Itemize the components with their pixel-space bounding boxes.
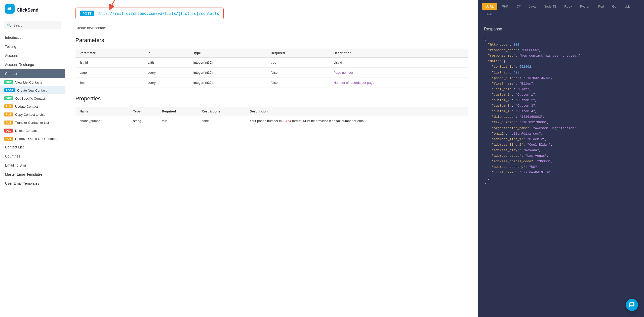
sidebar-item-countries[interactable]: Countries bbox=[0, 152, 65, 161]
sidebar-item-testing[interactable]: Testing bbox=[0, 42, 65, 51]
sidebar-sub-create-new-contact[interactable]: POST Create New Contact bbox=[0, 86, 65, 94]
parameters-table: Parameter In Type Required Description l… bbox=[75, 49, 468, 88]
prop-name: phone_number bbox=[75, 116, 129, 126]
sidebar-sub-update-contact[interactable]: PUT Update Contact bbox=[0, 102, 65, 110]
prop-desc: Your phone number in E.164 format. Must … bbox=[246, 116, 468, 126]
logo-icon bbox=[5, 4, 15, 14]
endpoint-description: Create new contact bbox=[75, 26, 468, 30]
param-col-name: Parameter bbox=[75, 49, 143, 58]
prop-restrictions: none bbox=[197, 116, 246, 126]
sidebar-sub-get-specific-contact[interactable]: GET Get Specific Contact bbox=[0, 94, 65, 102]
param-col-required: Required bbox=[267, 49, 330, 58]
lang-tab-swift[interactable]: Swift bbox=[482, 11, 496, 18]
prop-type: string bbox=[129, 116, 158, 126]
sidebar-sub-label-update: Update Contact bbox=[15, 105, 38, 108]
endpoint-box: POST https://rest.clicksend.com/v3/lists… bbox=[75, 8, 224, 19]
param-required: true bbox=[267, 58, 330, 68]
sidebar-sub-label-copy: Copy Contact to List bbox=[15, 113, 45, 116]
sidebar-sub-delete-contact[interactable]: DEL Delete Contact bbox=[0, 127, 65, 135]
param-required: false bbox=[267, 78, 330, 88]
logo-sinch: SINCH bbox=[17, 5, 38, 8]
prop-col-type: Type bbox=[129, 107, 158, 116]
prop-col-required: Required bbox=[158, 107, 197, 116]
lang-tab-java[interactable]: Java bbox=[525, 3, 539, 10]
param-in: query bbox=[143, 68, 189, 78]
response-title: Response bbox=[484, 27, 638, 31]
sidebar-item-email-to-sms[interactable]: Email To Sms bbox=[0, 161, 65, 170]
parameters-heading: Parameters bbox=[75, 37, 468, 44]
lang-tab-csharp[interactable]: C# bbox=[513, 3, 524, 10]
lang-tab-ruby[interactable]: Ruby bbox=[561, 3, 575, 10]
prop-col-desc: Description bbox=[246, 107, 468, 116]
table-row: list_id path integer(int32) true List id bbox=[75, 58, 468, 68]
sidebar-sub-transfer-contact[interactable]: PUT Transfer Contact to List bbox=[0, 118, 65, 127]
sidebar-sub-remove-opted-out[interactable]: PUT Remove Opted Out Contacts bbox=[0, 135, 65, 143]
prop-required: true bbox=[158, 116, 197, 126]
badge-put-transfer: PUT bbox=[4, 121, 13, 125]
badge-put-remove: PUT bbox=[4, 137, 13, 141]
param-in: query bbox=[143, 78, 189, 88]
badge-del-delete: DEL bbox=[4, 129, 13, 133]
sidebar-sub-view-list-contacts[interactable]: GET View List Contacts bbox=[0, 78, 65, 86]
logo-area: SINCH ClickSend bbox=[0, 0, 65, 18]
sidebar-sub-label-remove: Remove Opted Out Contacts bbox=[15, 137, 57, 141]
chat-bubble-button[interactable] bbox=[626, 299, 638, 311]
table-row: page query integer(int32) false Page num… bbox=[75, 68, 468, 78]
param-col-type: Type bbox=[189, 49, 267, 58]
lang-tab-python[interactable]: Python bbox=[577, 3, 594, 10]
param-col-desc: Description bbox=[330, 49, 468, 58]
right-panel: cURLPHPC#JavaNode.JSRubyPythonPerlGoobjc… bbox=[478, 0, 644, 317]
badge-put-update: PUT bbox=[4, 104, 13, 108]
search-box[interactable]: 🔍 bbox=[4, 21, 61, 29]
param-name: page bbox=[75, 68, 143, 78]
table-row: limit query integer(int32) false Number … bbox=[75, 78, 468, 88]
lang-tab-nodejs[interactable]: Node.JS bbox=[540, 3, 560, 10]
sidebar-item-user-email-templates[interactable]: User Email Templates bbox=[0, 179, 65, 188]
param-type: integer(int32) bbox=[189, 78, 267, 88]
param-type: integer(int32) bbox=[189, 58, 267, 68]
lang-tab-perl[interactable]: Perl bbox=[595, 3, 608, 10]
search-icon: 🔍 bbox=[7, 23, 11, 27]
sidebar-sub-label-create: Create New Contact bbox=[17, 89, 47, 92]
language-tabs: cURLPHPC#JavaNode.JSRubyPythonPerlGoobjc… bbox=[478, 0, 644, 21]
sidebar-item-introduction[interactable]: Introduction bbox=[0, 33, 65, 42]
main-content: POST https://rest.clicksend.com/v3/lists… bbox=[65, 0, 478, 317]
endpoint-method-badge: POST bbox=[80, 11, 94, 16]
param-col-in: In bbox=[143, 49, 189, 58]
sidebar-sub-label-specific: Get Specific Contact bbox=[15, 97, 45, 100]
sidebar-sub-copy-contact[interactable]: PUT Copy Contact to List bbox=[0, 110, 65, 118]
sidebar-sub-label-view: View List Contacts bbox=[15, 81, 42, 84]
sidebar-sub-label-delete: Delete Contact bbox=[15, 129, 37, 133]
param-desc: Page number bbox=[330, 68, 468, 78]
properties-heading: Properties bbox=[75, 95, 468, 102]
sidebar-item-account[interactable]: Account bbox=[0, 51, 65, 60]
param-desc: Number of records per page bbox=[330, 78, 468, 88]
param-name: limit bbox=[75, 78, 143, 88]
sidebar-item-account-recharge[interactable]: Account Recharge bbox=[0, 60, 65, 69]
param-desc: List id bbox=[330, 58, 468, 68]
param-name: list_id bbox=[75, 58, 143, 68]
sidebar: SINCH ClickSend 🔍 Introduction Testing A… bbox=[0, 0, 65, 317]
sidebar-sub-label-transfer: Transfer Contact to List bbox=[15, 121, 49, 125]
logo-clicksend: ClickSend bbox=[17, 8, 38, 13]
sidebar-item-contact[interactable]: Contact bbox=[0, 69, 65, 78]
lang-tab-go[interactable]: Go bbox=[609, 3, 620, 10]
badge-get-view: GET bbox=[4, 80, 13, 84]
response-panel: Response { "http_code": 200, "response_c… bbox=[478, 21, 644, 317]
response-code-block: { "http_code": 200, "response_code": "SU… bbox=[484, 36, 638, 187]
prop-col-name: Name bbox=[75, 107, 129, 116]
badge-get-specific: GET bbox=[4, 96, 13, 100]
sidebar-item-contact-list[interactable]: Contact List bbox=[0, 143, 65, 152]
properties-table: Name Type Required Restrictions Descript… bbox=[75, 107, 468, 126]
badge-put-copy: PUT bbox=[4, 112, 13, 116]
table-row: phone_number string true none Your phone… bbox=[75, 116, 468, 126]
badge-post-create: POST bbox=[4, 88, 15, 92]
search-input[interactable] bbox=[13, 23, 58, 27]
prop-col-restrictions: Restrictions bbox=[197, 107, 246, 116]
lang-tab-php[interactable]: PHP bbox=[498, 3, 512, 10]
lang-tab-curl[interactable]: cURL bbox=[482, 3, 497, 10]
lang-tab-objc[interactable]: objc bbox=[621, 3, 634, 10]
param-in: path bbox=[143, 58, 189, 68]
endpoint-url: https://rest.clicksend.com/v3/lists/{lis… bbox=[96, 11, 219, 16]
sidebar-item-master-email-templates[interactable]: Master Email Templates bbox=[0, 170, 65, 179]
